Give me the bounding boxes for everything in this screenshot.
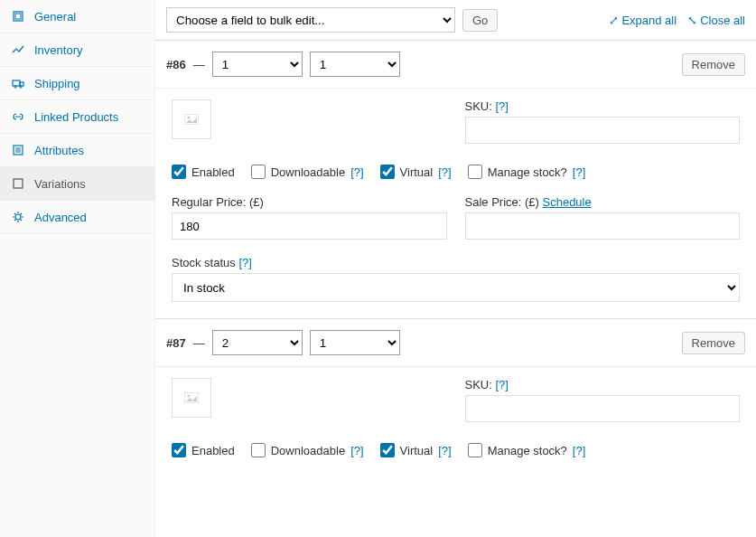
stock-status-label: Stock status <box>172 256 236 269</box>
bulk-toolbar: Choose a field to bulk edit... Go ⤢Expan… <box>155 0 756 40</box>
variation-body: SKU: [?] Enabled Downloadable [?] Virtua… <box>155 88 756 318</box>
sidebar-item-label: Variations <box>34 177 86 191</box>
help-icon[interactable]: [?] <box>573 444 585 457</box>
bulk-edit-select[interactable]: Choose a field to bulk edit... <box>166 7 455 33</box>
sale-price-label: Sale Price: (£) <box>465 195 539 209</box>
help-icon[interactable]: [?] <box>350 444 363 457</box>
downloadable-checkbox[interactable] <box>251 443 266 457</box>
regular-price-label: Regular Price: (£) <box>172 195 264 209</box>
sidebar-item-label: Linked Products <box>34 110 118 124</box>
variation-attr1-select[interactable]: 1 <box>212 52 303 77</box>
schedule-link[interactable]: Schedule <box>543 195 592 209</box>
sidebar-item-label: Attributes <box>34 144 84 157</box>
manage-stock-label: Manage stock? <box>488 444 567 457</box>
enabled-label: Enabled <box>191 444 235 457</box>
sidebar-item-label: Inventory <box>34 43 82 57</box>
svg-point-13 <box>188 117 191 119</box>
help-icon[interactable]: [?] <box>238 256 251 269</box>
settings-sidebar: General Inventory Shipping Linked Produc… <box>0 0 155 537</box>
remove-button[interactable]: Remove <box>682 53 745 76</box>
enabled-checkbox[interactable] <box>172 443 186 457</box>
virtual-label: Virtual <box>400 165 434 179</box>
sku-label: SKU: <box>465 378 492 391</box>
sku-input[interactable] <box>465 117 741 144</box>
sidebar-item-advanced[interactable]: Advanced <box>0 201 154 234</box>
variation-header: #87 — 2 1 Remove <box>155 319 756 366</box>
variation-attr1-select[interactable]: 2 <box>212 330 303 355</box>
svg-rect-2 <box>13 80 20 86</box>
enabled-label: Enabled <box>191 165 235 179</box>
inventory-icon <box>11 42 25 57</box>
expand-all-link[interactable]: ⤢Expand all <box>609 14 677 27</box>
sale-price-input[interactable] <box>465 212 741 240</box>
dash: — <box>193 58 205 71</box>
variation-image-thumb[interactable] <box>172 378 211 418</box>
gear-icon <box>11 210 25 224</box>
virtual-checkbox[interactable] <box>380 165 395 179</box>
help-icon[interactable]: [?] <box>438 165 451 179</box>
variation-row: #86 — 1 1 Remove SKU: [?] Enab <box>155 40 756 318</box>
sidebar-item-label: General <box>34 10 76 24</box>
variation-id: #86 <box>166 58 186 71</box>
virtual-checkbox[interactable] <box>380 443 395 457</box>
stock-status-select[interactable]: In stock <box>172 273 740 302</box>
enabled-checkbox[interactable] <box>172 165 186 179</box>
sku-input[interactable] <box>465 395 741 422</box>
help-icon[interactable]: [?] <box>573 165 585 179</box>
manage-stock-checkbox[interactable] <box>468 443 482 457</box>
help-icon[interactable]: [?] <box>495 99 508 113</box>
svg-point-11 <box>15 214 21 220</box>
go-button[interactable]: Go <box>462 9 498 32</box>
downloadable-checkbox[interactable] <box>251 165 266 179</box>
variation-row: #87 — 2 1 Remove SKU: [?] Enab <box>155 318 756 474</box>
dash: — <box>193 336 205 350</box>
close-all-link[interactable]: ⤡Close all <box>687 14 745 27</box>
variation-image-thumb[interactable] <box>172 99 211 139</box>
svg-rect-10 <box>14 179 23 188</box>
wrench-icon <box>11 9 25 24</box>
downloadable-label: Downloadable <box>271 165 345 179</box>
collapse-icon: ⤡ <box>687 14 697 27</box>
sidebar-item-inventory[interactable]: Inventory <box>0 33 154 67</box>
sidebar-item-linked[interactable]: Linked Products <box>0 100 154 134</box>
sidebar-item-label: Advanced <box>34 211 87 224</box>
truck-icon <box>11 76 25 90</box>
sku-label: SKU: <box>465 99 492 113</box>
regular-price-input[interactable] <box>172 212 447 240</box>
variation-body: SKU: [?] Enabled Downloadable [?] Virtua… <box>155 366 756 474</box>
help-icon[interactable]: [?] <box>350 165 363 179</box>
help-icon[interactable]: [?] <box>495 378 508 391</box>
svg-rect-1 <box>15 14 21 19</box>
help-icon[interactable]: [?] <box>438 444 451 457</box>
manage-stock-checkbox[interactable] <box>468 165 482 179</box>
variation-header: #86 — 1 1 Remove <box>155 41 756 88</box>
main-panel: Choose a field to bulk edit... Go ⤢Expan… <box>155 0 756 537</box>
variations-icon <box>11 176 25 191</box>
downloadable-label: Downloadable <box>271 444 345 457</box>
svg-point-15 <box>188 395 191 398</box>
virtual-label: Virtual <box>400 444 434 457</box>
variation-id: #87 <box>166 336 186 350</box>
variation-attr2-select[interactable]: 1 <box>310 330 400 355</box>
svg-point-4 <box>14 86 16 88</box>
sidebar-item-shipping[interactable]: Shipping <box>0 67 154 100</box>
sidebar-item-variations[interactable]: Variations <box>0 167 154 201</box>
manage-stock-label: Manage stock? <box>488 165 567 179</box>
list-icon <box>11 143 25 157</box>
sidebar-item-general[interactable]: General <box>0 0 154 33</box>
sidebar-item-attributes[interactable]: Attributes <box>0 134 154 167</box>
remove-button[interactable]: Remove <box>682 332 745 354</box>
expand-icon: ⤢ <box>609 14 619 27</box>
variation-attr2-select[interactable]: 1 <box>310 52 400 77</box>
link-icon <box>11 109 25 124</box>
sidebar-item-label: Shipping <box>34 77 80 90</box>
svg-point-5 <box>20 86 22 88</box>
